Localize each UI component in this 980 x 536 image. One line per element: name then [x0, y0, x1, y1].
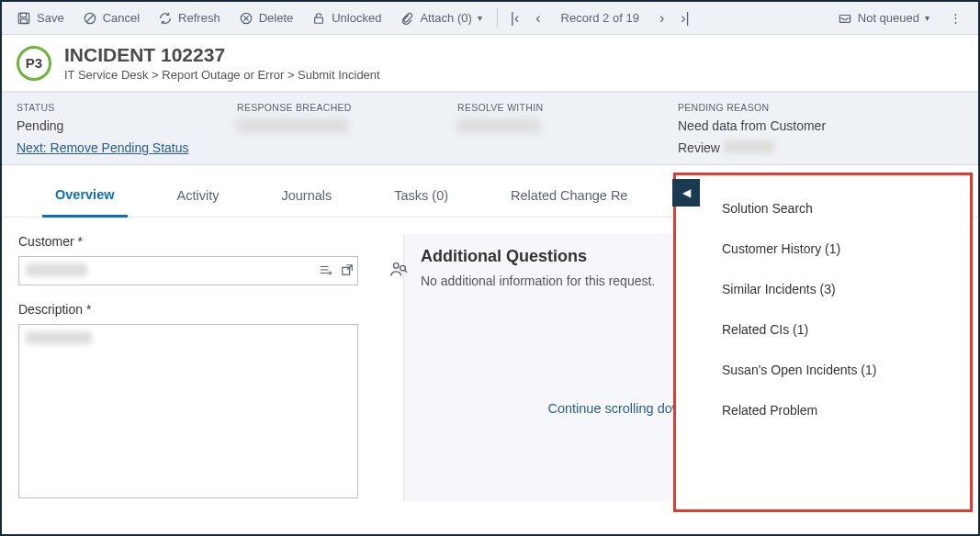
next-status-link[interactable]: Next: Remove Pending Status — [17, 140, 189, 155]
status-value: Pending — [17, 118, 219, 133]
priority-badge: P3 — [17, 46, 51, 81]
queue-label: Not queued — [858, 11, 919, 25]
delete-label: Delete — [259, 11, 294, 25]
pending-reason-label: PENDING REASON — [678, 102, 963, 113]
inbox-icon — [838, 11, 852, 26]
side-solution-search[interactable]: Solution Search — [716, 188, 961, 229]
save-button[interactable]: Save — [9, 7, 72, 29]
attach-button[interactable]: Attach (0) ▾ — [392, 7, 489, 29]
customer-label: Customer * — [18, 234, 381, 249]
status-field-label: STATUS — [17, 102, 219, 113]
pending-reason-value: Need data from Customer — [678, 118, 963, 133]
save-label: Save — [37, 11, 64, 25]
cancel-icon — [83, 11, 97, 26]
side-related-problem[interactable]: Related Problem — [716, 390, 961, 430]
collapse-panel-button[interactable]: ◀ — [672, 179, 700, 207]
side-customer-history[interactable]: Customer History (1) — [716, 229, 961, 269]
related-panel: ◀ Solution Search Customer History (1) S… — [673, 173, 973, 512]
record-header: P3 INCIDENT 102237 IT Service Desk > Rep… — [2, 35, 978, 92]
unlocked-label: Unlocked — [332, 11, 381, 25]
description-value-redacted: redactedtext — [26, 331, 92, 344]
cancel-button[interactable]: Cancel — [75, 7, 147, 29]
svg-line-17 — [404, 270, 407, 273]
svg-point-13 — [329, 272, 332, 274]
unlock-icon — [311, 11, 326, 26]
unlocked-button[interactable]: Unlocked — [304, 7, 389, 29]
tab-tasks[interactable]: Tasks (0) — [381, 179, 461, 216]
first-record-button[interactable]: |‹ — [505, 8, 524, 28]
refresh-icon — [158, 11, 173, 26]
tab-overview[interactable]: Overview — [42, 178, 128, 218]
svg-rect-8 — [315, 17, 323, 23]
review-value: redact — [724, 140, 774, 153]
resolve-within-label: RESOLVE WITHIN — [457, 102, 659, 113]
chevron-down-icon: ▾ — [478, 13, 482, 23]
person-search-icon[interactable] — [389, 260, 409, 280]
tab-related-change[interactable]: Related Change Re — [498, 179, 640, 216]
kebab-icon: ⋮ — [950, 11, 962, 25]
response-breached-label: RESPONSE BREACHED — [237, 102, 439, 113]
svg-rect-2 — [21, 18, 28, 22]
page-title: INCIDENT 102237 — [64, 44, 380, 66]
queue-button[interactable]: Not queued ▾ — [830, 7, 937, 29]
side-similar-incidents[interactable]: Similar Incidents (3) — [716, 269, 961, 309]
delete-icon — [239, 11, 253, 26]
tab-journals[interactable]: Journals — [268, 179, 344, 216]
paperclip-icon — [400, 11, 414, 26]
side-open-incidents[interactable]: Susan's Open Incidents (1) — [716, 350, 961, 390]
record-nav: |‹ ‹ Record 2 of 19 › ›| — [505, 8, 695, 28]
delete-button[interactable]: Delete — [231, 7, 301, 29]
save-icon — [17, 11, 31, 26]
cancel-label: Cancel — [103, 11, 140, 25]
record-position: Record 2 of 19 — [552, 11, 648, 25]
more-menu-button[interactable]: ⋮ — [941, 7, 971, 28]
tab-activity[interactable]: Activity — [164, 179, 232, 216]
popout-icon[interactable] — [339, 262, 355, 278]
customer-value-redacted: redactedval — [26, 263, 87, 276]
status-bar: STATUS Pending Next: Remove Pending Stat… — [2, 92, 978, 165]
svg-line-4 — [86, 15, 93, 21]
side-related-cis[interactable]: Related CIs (1) — [716, 309, 961, 350]
review-label: Review — [678, 140, 720, 155]
toolbar: Save Cancel Refresh Delete Unlocked Atta… — [2, 2, 978, 35]
list-icon[interactable] — [317, 262, 333, 278]
svg-point-15 — [394, 263, 400, 269]
description-input[interactable] — [18, 324, 358, 498]
chevron-down-icon: ▾ — [925, 13, 929, 23]
attach-label: Attach (0) — [420, 11, 471, 25]
refresh-label: Refresh — [178, 11, 220, 25]
svg-rect-1 — [21, 13, 27, 17]
triangle-left-icon: ◀ — [682, 186, 691, 199]
next-record-button[interactable]: › — [654, 8, 670, 28]
prev-record-button[interactable]: ‹ — [530, 8, 546, 28]
last-record-button[interactable]: ›| — [675, 8, 694, 28]
resolve-within-value: redacted — [457, 118, 540, 133]
response-breached-value: redacted content — [237, 118, 347, 133]
breadcrumb: IT Service Desk > Report Outage or Error… — [64, 68, 380, 82]
refresh-button[interactable]: Refresh — [151, 7, 228, 29]
description-label: Description * — [18, 302, 381, 317]
divider — [497, 8, 498, 28]
